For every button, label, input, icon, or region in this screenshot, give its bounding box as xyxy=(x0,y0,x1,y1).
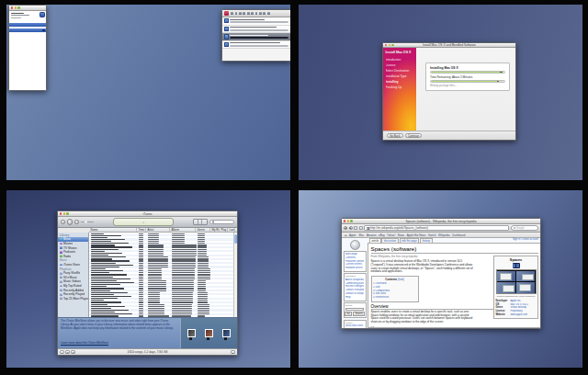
window-controls[interactable] xyxy=(342,220,353,222)
bookmark-apple-hot-news[interactable]: Apple Hot News xyxy=(407,233,426,237)
column-header-my-rating[interactable]: My Rating xyxy=(210,228,220,232)
column-header-last-played[interactable]: Last Played xyxy=(228,228,235,232)
search-icon xyxy=(212,221,214,222)
infobox-value[interactable]: Mac OS X v10.5 xyxy=(510,303,528,306)
toc-5-references[interactable]: 5 References xyxy=(373,296,416,300)
nav-link-random-article[interactable]: Random article xyxy=(345,267,365,270)
bookmark-wikipedia[interactable]: Wikipedia xyxy=(438,233,450,237)
column-header-name[interactable]: Name xyxy=(89,228,137,232)
window-controls[interactable] xyxy=(383,44,394,46)
toolbar-icon[interactable] xyxy=(263,12,266,15)
column-header-album[interactable]: Album xyxy=(170,228,196,232)
wikipedia-logo[interactable] xyxy=(350,240,360,250)
site-favicon: W xyxy=(367,227,369,230)
sidebar-item-top-25-most-played[interactable]: Top 25 Most Played xyxy=(58,296,88,301)
scrollbar[interactable] xyxy=(233,233,237,317)
window-title: iTunes xyxy=(58,211,237,217)
transfer-progress-bar xyxy=(230,21,288,23)
search-field[interactable] xyxy=(209,220,234,224)
toolbar-icon[interactable] xyxy=(235,12,238,15)
toolbar-icon[interactable] xyxy=(251,12,254,15)
desktop-space-2[interactable]: Install Mac OS X and Bundled Software In… xyxy=(299,5,582,180)
bookmark-yahoo[interactable]: Yahoo! xyxy=(387,233,395,237)
infobox-value[interactable]: Apple Inc. xyxy=(510,300,521,302)
interaction-link-help[interactable]: Help xyxy=(345,296,365,300)
add-bookmark-button[interactable] xyxy=(359,226,363,230)
wiki-search-input[interactable] xyxy=(345,308,365,311)
transfer-toolbar[interactable] xyxy=(222,10,290,17)
album-cover[interactable] xyxy=(205,329,213,337)
itunes-window[interactable]: iTunes ♪ NameTimeArtistAlbumGenreMy Rati… xyxy=(57,210,238,356)
installer-heading: Install Mac OS X xyxy=(386,51,414,54)
installer-window[interactable]: Install Mac OS X and Bundled Software In… xyxy=(382,42,516,141)
buddy-group-row[interactable] xyxy=(9,23,46,27)
toolbar-icon[interactable] xyxy=(259,12,262,15)
bookmark-news[interactable]: News xyxy=(398,233,404,237)
play-button[interactable] xyxy=(67,219,73,224)
desktop-space-1[interactable] xyxy=(6,5,290,180)
desktop-space-4[interactable]: Spaces (software) - Wikipedia, the free … xyxy=(299,190,582,368)
toolbar-icon[interactable] xyxy=(267,12,270,15)
toolbar-icon[interactable] xyxy=(255,12,258,15)
view-selector[interactable] xyxy=(193,219,208,224)
reload-button[interactable] xyxy=(354,226,357,230)
go-back-button[interactable]: Go Back xyxy=(387,133,403,138)
bookmark-dashboard[interactable]: Dashboard xyxy=(452,233,465,237)
infobox-value[interactable]: Virtual desktop xyxy=(510,306,526,309)
transfer-name-text xyxy=(230,27,277,28)
infobox-value[interactable]: Proprietary xyxy=(510,310,522,312)
sign-in-link[interactable]: Sign in / create account xyxy=(513,238,538,241)
back-button[interactable]: ◀ xyxy=(344,226,347,230)
column-header-genre[interactable]: Genre xyxy=(196,228,210,232)
transfer-row[interactable] xyxy=(222,17,290,26)
bookmark-amazon[interactable]: Amazon xyxy=(367,233,377,237)
chat-window[interactable] xyxy=(8,5,47,91)
continue-button[interactable]: Continue xyxy=(405,133,422,138)
bookmark-mac[interactable]: .Mac xyxy=(358,233,364,237)
bookmark-ebay[interactable]: eBay xyxy=(379,233,385,237)
avatar[interactable] xyxy=(40,12,45,17)
safari-toolbar: ◀ ▶ W http://en.wikipedia.org/wiki/Space… xyxy=(342,224,540,233)
window-controls[interactable] xyxy=(58,212,69,214)
album-cover[interactable] xyxy=(222,329,231,337)
infobox-value[interactable]: www.apple.com xyxy=(510,313,527,316)
safari-window[interactable]: Spaces (software) - Wikipedia, the free … xyxy=(341,218,541,329)
transfer-row[interactable] xyxy=(222,41,290,50)
tv-icon xyxy=(60,246,62,249)
forward-button[interactable]: ▶ xyxy=(349,226,353,230)
go-button[interactable]: Go xyxy=(345,312,352,316)
ministore-pane: The iTunes MiniStore allows you to disco… xyxy=(58,317,237,348)
desktop-space-3[interactable]: iTunes ♪ NameTimeArtistAlbumGenreMy Rati… xyxy=(6,190,290,368)
bookmark-[interactable]: ⊞ xyxy=(345,233,346,237)
next-button[interactable] xyxy=(74,220,79,224)
song-list[interactable] xyxy=(89,233,233,317)
column-header-artist[interactable]: Artist xyxy=(146,228,170,232)
hide-link[interactable]: [hide] xyxy=(398,278,404,281)
ministore-learn-more-link[interactable]: Learn more about the iTunes MiniStore xyxy=(61,341,108,345)
column-header-play-count[interactable]: Play Count xyxy=(220,228,228,232)
window-controls[interactable] xyxy=(9,6,20,8)
toolbar-icon[interactable] xyxy=(239,12,242,15)
bookmark-switch[interactable]: Switch xyxy=(428,233,436,237)
installer-main: Installing Mac OS X Time Remaining: Abou… xyxy=(416,48,515,131)
google-search-field[interactable]: Google xyxy=(511,225,538,230)
bookmark-apple[interactable]: Apple xyxy=(349,233,356,237)
transfer-row[interactable] xyxy=(222,33,290,41)
column-header-time[interactable]: Time xyxy=(137,228,146,232)
playlist-icon xyxy=(60,289,62,291)
search-button[interactable]: Search xyxy=(353,312,365,316)
toolbar-icon[interactable] xyxy=(243,12,245,15)
scrollbar-thumb[interactable] xyxy=(234,234,236,244)
volume-slider[interactable] xyxy=(81,222,94,223)
toolbar-icon[interactable] xyxy=(231,12,233,15)
safari-titlebar[interactable]: Spaces (software) - Wikipedia, the free … xyxy=(342,219,540,224)
toolbar-icon[interactable] xyxy=(247,12,250,15)
transfer-window[interactable] xyxy=(221,9,290,62)
address-bar[interactable]: W http://en.wikipedia.org/wiki/Spaces_(s… xyxy=(364,225,509,230)
previous-button[interactable] xyxy=(61,220,65,224)
album-cover[interactable] xyxy=(187,329,196,337)
transfer-row[interactable] xyxy=(222,26,290,34)
itunes-titlebar[interactable]: iTunes xyxy=(58,211,237,217)
transfer-progress-bar xyxy=(230,37,288,39)
buddy-group-row[interactable] xyxy=(9,28,46,32)
